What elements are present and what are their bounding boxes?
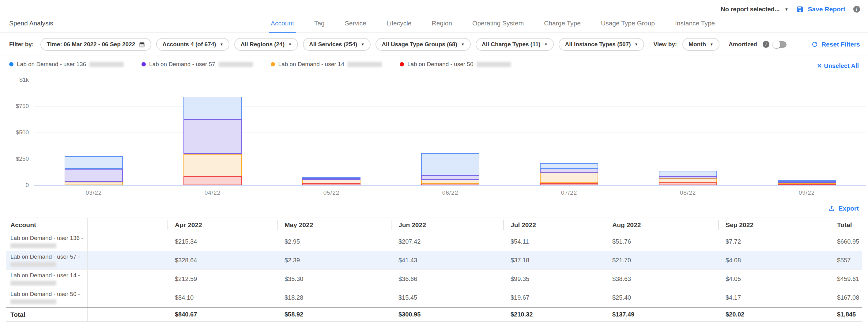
tab-instance-type[interactable]: Instance Type <box>673 20 717 33</box>
view-by-dropdown[interactable]: Month ▼ <box>682 38 719 51</box>
column-header-may[interactable]: May 2022 <box>277 218 391 232</box>
tab-charge-type[interactable]: Charge Type <box>542 20 583 33</box>
stacked-bar[interactable] <box>65 156 123 185</box>
column-header-jun[interactable]: Jun 2022 <box>391 218 503 232</box>
bar-segment[interactable] <box>183 154 242 176</box>
legend-item-user-14[interactable]: Lab on Demand - user 14 <box>271 61 382 68</box>
bar-segment[interactable] <box>421 153 479 175</box>
tab-tag[interactable]: Tag <box>312 20 327 33</box>
chart-bars[interactable] <box>34 80 866 185</box>
bar-segment[interactable] <box>421 180 479 184</box>
bar-segment[interactable] <box>183 97 242 120</box>
info-icon[interactable]: i <box>853 6 860 12</box>
bar-segment[interactable] <box>302 180 361 183</box>
caret-down-icon: ▼ <box>710 42 713 46</box>
bar-segment[interactable] <box>540 163 598 169</box>
accounts-filter[interactable]: Accounts 4 (of 674) ▼ <box>156 38 229 51</box>
legend-item-user-57[interactable]: Lab on Demand - user 57 <box>142 61 253 68</box>
total-value: $20.02 <box>718 308 830 321</box>
chart-legend: Lab on Demand - user 136 Lab on Demand -… <box>0 56 868 75</box>
table-row[interactable]: Lab on Demand - user 57 - $328.64 $2.39 … <box>6 251 862 270</box>
cell-value: $215.34 <box>167 232 277 251</box>
legend-item-user-136[interactable]: Lab on Demand - user 136 <box>9 61 124 71</box>
amortized-label: Amortized <box>728 41 757 48</box>
cell-value: $167.08 <box>830 288 862 307</box>
view-by-label: View by: <box>653 41 677 48</box>
report-selector-label: No report selected... <box>721 6 779 13</box>
tab-region[interactable]: Region <box>430 20 454 33</box>
bar-segment[interactable] <box>183 120 242 154</box>
total-value: $137.49 <box>605 308 718 321</box>
cell-value: $38.63 <box>605 270 718 288</box>
tab-usage-type-group[interactable]: Usage Type Group <box>599 20 657 33</box>
title-tabs-row: Spend Analysis Account Tag Service Lifec… <box>0 14 868 33</box>
column-header-sep[interactable]: Sep 2022 <box>718 218 830 232</box>
bar-segment[interactable] <box>540 173 598 183</box>
unselect-all-button[interactable]: × Unselect All <box>817 62 859 70</box>
stacked-bar[interactable] <box>421 153 479 185</box>
stacked-bar[interactable] <box>778 180 836 185</box>
regions-filter[interactable]: All Regions (24) ▼ <box>234 38 298 51</box>
column-header-apr[interactable]: Apr 2022 <box>167 218 277 232</box>
amortized-toggle[interactable] <box>773 41 786 48</box>
amortized-info-icon[interactable]: i <box>763 41 769 48</box>
reset-filters-button[interactable]: Reset Filters <box>811 41 860 48</box>
bar-segment[interactable] <box>778 184 836 185</box>
stacked-bar[interactable] <box>183 97 242 185</box>
cell-value: $54.11 <box>503 232 605 251</box>
account-name: Lab on Demand - user 14 - <box>10 272 85 279</box>
redacted-text <box>219 62 253 67</box>
tab-account[interactable]: Account <box>269 20 296 33</box>
charge-types-filter[interactable]: All Charge Types (11) ▼ <box>476 38 554 51</box>
instance-types-filter[interactable]: All Instance Types (507) ▼ <box>559 38 644 51</box>
bar-segment[interactable] <box>302 183 361 185</box>
tab-lifecycle[interactable]: Lifecycle <box>385 20 413 33</box>
time-range-filter[interactable]: Time: 06 Mar 2022 - 06 Sep 2022 <box>40 38 151 51</box>
table-row[interactable]: Lab on Demand - user 50 - $84.10 $18.28 … <box>6 288 862 307</box>
save-report-button[interactable]: Save Report <box>796 5 845 13</box>
services-filter[interactable]: All Services (254) ▼ <box>303 38 371 51</box>
spend-table: Account Apr 2022 May 2022 Jun 2022 Jul 2… <box>6 218 862 322</box>
export-label: Export <box>838 205 859 212</box>
redacted-text <box>10 262 56 267</box>
stacked-bar[interactable] <box>659 171 717 185</box>
cell-value: $19.67 <box>503 288 605 307</box>
stacked-bar[interactable] <box>302 177 361 185</box>
filter-bar: Filter by: Time: 06 Mar 2022 - 06 Sep 20… <box>0 33 868 56</box>
usage-type-groups-filter[interactable]: All Usage Type Groups (68) ▼ <box>375 38 471 51</box>
x-axis-label: 08/22 <box>659 190 717 196</box>
bar-segment[interactable] <box>421 184 479 185</box>
bar-segment[interactable] <box>65 169 123 182</box>
stacked-bar[interactable] <box>540 163 598 185</box>
bar-segment[interactable] <box>540 183 598 185</box>
tab-service[interactable]: Service <box>343 20 368 33</box>
bar-segment[interactable] <box>540 169 598 173</box>
column-header-aug[interactable]: Aug 2022 <box>605 218 718 232</box>
bar-segment[interactable] <box>659 182 717 185</box>
charge-types-filter-label: All Charge Types (11) <box>482 41 540 48</box>
bar-segment[interactable] <box>659 178 717 182</box>
export-button[interactable]: Export <box>828 205 859 212</box>
column-header-total[interactable]: Total <box>830 218 862 232</box>
redacted-text <box>348 62 382 67</box>
chart-y-axis: $1k $750 $500 $250 0 <box>6 80 34 186</box>
table-row[interactable]: Lab on Demand - user 14 - $212.59 $35.30… <box>6 270 862 288</box>
bar-segment[interactable] <box>659 171 717 176</box>
bar-segment[interactable] <box>659 176 717 178</box>
filter-by-label: Filter by: <box>9 41 34 48</box>
x-axis-label: 03/22 <box>65 190 123 196</box>
account-name: Lab on Demand - user 50 - <box>10 291 85 298</box>
bar-segment[interactable] <box>65 182 123 185</box>
x-axis-label: 05/22 <box>302 190 361 196</box>
report-selector-dropdown[interactable]: No report selected... ▼ <box>721 6 788 13</box>
bar-segment[interactable] <box>183 176 242 185</box>
bar-segment[interactable] <box>421 175 479 180</box>
tab-operating-system[interactable]: Operating System <box>470 20 526 33</box>
column-header-jul[interactable]: Jul 2022 <box>503 218 605 232</box>
legend-item-user-50[interactable]: Lab on Demand - user 50 <box>400 61 511 71</box>
table-row[interactable]: Lab on Demand - user 136 - $215.34 $2.95… <box>6 232 862 251</box>
y-tick: $1k <box>19 76 29 83</box>
column-header-account[interactable]: Account <box>6 218 88 232</box>
bar-segment[interactable] <box>65 156 123 169</box>
total-value: $840.67 <box>167 308 277 321</box>
